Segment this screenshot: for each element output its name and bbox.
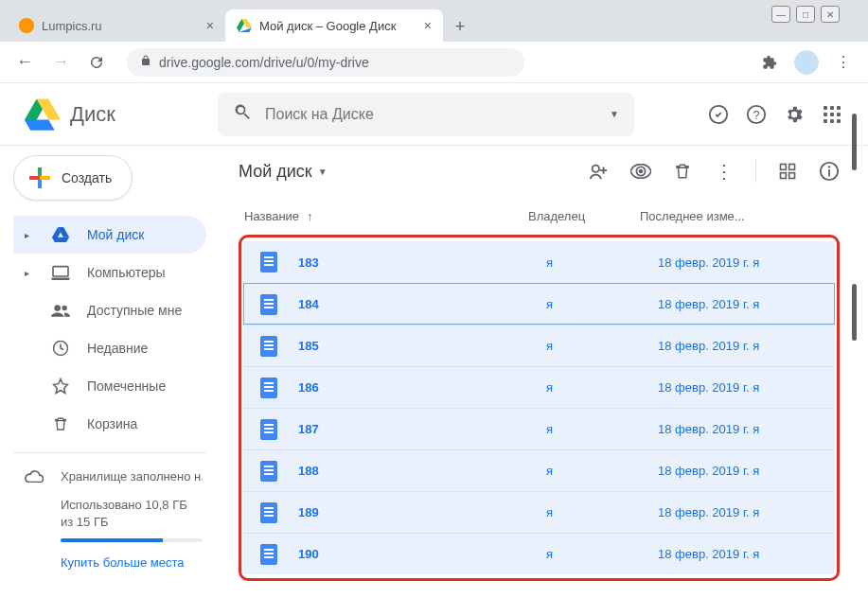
chevron-down-icon: ▼ <box>318 167 328 177</box>
url-text: drive.google.com/drive/u/0/my-drive <box>159 55 369 70</box>
file-name: 190 <box>298 547 546 561</box>
browser-tab-active[interactable]: Мой диск – Google Диск × <box>225 9 443 42</box>
file-owner: я <box>546 505 658 519</box>
shared-icon <box>51 301 70 320</box>
file-name: 189 <box>298 505 546 519</box>
forward-button[interactable]: → <box>49 51 72 74</box>
profile-avatar[interactable] <box>794 50 819 75</box>
preview-icon[interactable] <box>630 161 651 182</box>
reload-button[interactable] <box>85 51 108 74</box>
svg-point-14 <box>54 305 61 311</box>
apps-launcher-icon[interactable] <box>821 103 843 126</box>
file-name: 183 <box>298 255 546 270</box>
browser-tab[interactable]: Lumpics.ru × <box>8 9 225 42</box>
column-header-owner[interactable]: Владелец <box>528 209 640 223</box>
storage-title-row[interactable]: Хранилище заполнено н... <box>25 466 203 485</box>
star-icon <box>51 377 70 396</box>
drive-logo[interactable]: Диск <box>25 98 218 131</box>
ready-offline-icon[interactable] <box>707 103 730 126</box>
search-input[interactable] <box>265 106 610 123</box>
window-close-button[interactable]: ✕ <box>821 6 840 23</box>
file-row[interactable]: 186я18 февр. 2019 г. я <box>243 366 835 408</box>
search-options-icon[interactable]: ▼ <box>610 109 619 119</box>
window-minimize-button[interactable]: ― <box>771 6 790 23</box>
search-box[interactable]: ▼ <box>218 93 634 136</box>
file-modified: 18 февр. 2019 г. я <box>658 255 818 270</box>
more-icon[interactable]: ⋮ <box>714 161 735 182</box>
svg-text:?: ? <box>753 107 759 121</box>
trash-icon <box>51 414 70 433</box>
delete-icon[interactable] <box>672 161 693 182</box>
file-row[interactable]: 190я18 февр. 2019 г. я <box>243 533 835 574</box>
sidebar-item-shared[interactable]: ▸ Доступные мне <box>13 291 206 329</box>
file-modified: 18 февр. 2019 г. я <box>658 547 818 561</box>
file-row[interactable]: 184я18 февр. 2019 г. я <box>243 283 835 325</box>
column-header-name[interactable]: Название ↑ <box>244 209 528 223</box>
scrollbar-thumb[interactable] <box>852 284 857 341</box>
window-controls: ― □ ✕ <box>771 6 840 23</box>
browser-menu-icon[interactable]: ⋮ <box>832 51 855 74</box>
address-bar[interactable]: drive.google.com/drive/u/0/my-drive <box>127 48 524 77</box>
doc-icon <box>260 419 277 440</box>
lock-icon <box>140 54 151 70</box>
close-icon[interactable]: × <box>424 18 432 33</box>
favicon-icon <box>19 18 34 33</box>
chevron-right-icon: ▸ <box>25 268 34 278</box>
file-name: 188 <box>298 464 546 478</box>
scrollbar-thumb[interactable] <box>852 114 857 170</box>
file-row[interactable]: 183я18 февр. 2019 г. я <box>243 241 835 283</box>
close-icon[interactable]: × <box>206 18 214 33</box>
settings-icon[interactable] <box>783 103 806 126</box>
divider <box>13 452 206 453</box>
window-maximize-button[interactable]: □ <box>796 6 815 23</box>
column-header-modified[interactable]: Последнее изме... <box>640 209 834 223</box>
drive-favicon-icon <box>237 18 252 33</box>
breadcrumb[interactable]: Мой диск ▼ <box>239 162 328 182</box>
main-area: Создать ▸ Мой диск ▸ Компьютеры ▸ Доступ… <box>0 146 868 598</box>
file-name: 187 <box>298 422 546 436</box>
svg-point-18 <box>639 169 644 174</box>
doc-icon <box>260 252 277 273</box>
file-row[interactable]: 189я18 февр. 2019 г. я <box>243 491 835 533</box>
storage-block: Хранилище заполнено н... Использовано 10… <box>13 463 223 570</box>
file-modified: 18 февр. 2019 г. я <box>658 505 818 519</box>
storage-bar <box>61 538 203 542</box>
sidebar-item-starred[interactable]: ▸ Помеченные <box>13 367 206 405</box>
sidebar-item-label: Доступные мне <box>87 303 182 318</box>
sidebar-item-label: Недавние <box>87 341 148 356</box>
file-row[interactable]: 188я18 февр. 2019 г. я <box>243 449 835 491</box>
sidebar-item-trash[interactable]: ▸ Корзина <box>13 405 206 443</box>
doc-icon <box>260 461 277 482</box>
file-name: 185 <box>298 339 546 353</box>
doc-icon <box>260 294 277 315</box>
back-button[interactable]: ← <box>13 51 36 74</box>
separator <box>755 160 756 183</box>
computers-icon <box>51 263 70 282</box>
support-icon[interactable]: ? <box>745 103 768 126</box>
browser-tab-strip: Lumpics.ru × Мой диск – Google Диск × + <box>0 0 868 42</box>
clock-icon <box>51 339 70 358</box>
column-header-owner-label: Владелец <box>528 209 585 223</box>
share-icon[interactable] <box>589 161 610 182</box>
file-row[interactable]: 185я18 февр. 2019 г. я <box>243 325 835 366</box>
header-tools: ? <box>707 103 843 126</box>
sidebar-item-mydrive[interactable]: ▸ Мой диск <box>13 216 206 254</box>
svg-point-25 <box>828 166 830 167</box>
cloud-icon <box>25 466 44 485</box>
sidebar-item-recent[interactable]: ▸ Недавние <box>13 329 206 367</box>
new-tab-button[interactable]: + <box>447 13 473 40</box>
svg-rect-12 <box>53 267 68 276</box>
sidebar-item-computers[interactable]: ▸ Компьютеры <box>13 254 206 291</box>
file-modified: 18 февр. 2019 г. я <box>658 297 818 311</box>
grid-view-icon[interactable] <box>777 161 798 182</box>
toolbar-actions: ⋮ <box>589 160 840 183</box>
buy-more-link[interactable]: Купить больше места <box>25 555 203 570</box>
breadcrumb-label: Мой диск <box>239 162 312 182</box>
sidebar: Создать ▸ Мой диск ▸ Компьютеры ▸ Доступ… <box>0 146 223 598</box>
search-icon <box>233 102 252 126</box>
extensions-icon[interactable] <box>758 51 781 74</box>
file-row[interactable]: 187я18 февр. 2019 г. я <box>243 408 835 449</box>
file-modified: 18 февр. 2019 г. я <box>658 339 818 353</box>
info-icon[interactable] <box>819 161 840 182</box>
create-button[interactable]: Создать <box>13 155 133 201</box>
